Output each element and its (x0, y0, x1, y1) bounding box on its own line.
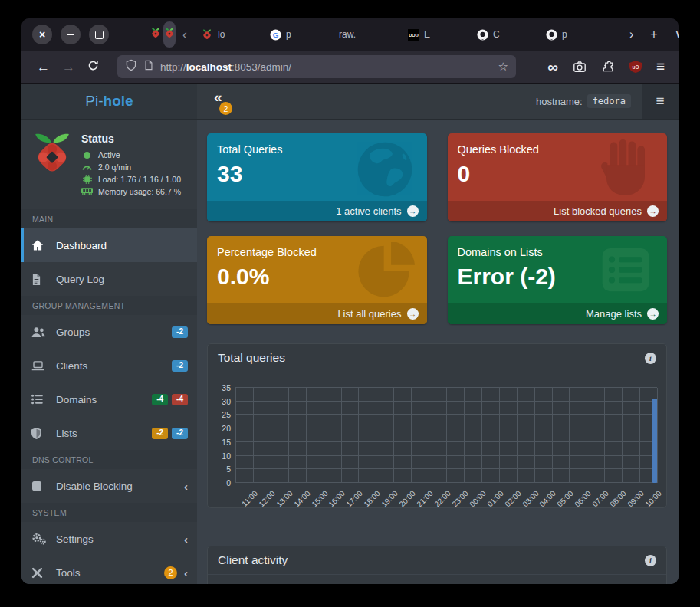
sidebar-item-lists[interactable]: Lists-2-2 (21, 416, 197, 450)
sidebar-item-groups[interactable]: Groups-2 (21, 315, 197, 349)
y-axis-tick-label: 30 (208, 397, 231, 406)
main-content: Total Queries331 active clients→Queries … (197, 120, 679, 584)
sidebar-item-label: Domains (56, 394, 97, 405)
url-bar[interactable]: http://localhost:8053/admin/ ☆ (117, 55, 516, 78)
browser-tab[interactable]: Gp (264, 21, 333, 48)
new-tab-button[interactable]: + (642, 28, 665, 41)
ublock-origin-icon[interactable]: uO (629, 61, 642, 73)
info-icon[interactable]: i (645, 353, 656, 364)
browser-window: × ‹loGpraw.DOUECp›+∨ ← → http://localhos… (21, 18, 679, 584)
url-text: http://localhost:8053/admin/ (160, 61, 492, 73)
tab-strip: ‹loGpraw.DOUECp›+∨ (149, 18, 672, 51)
pihole-logo[interactable]: Pi-hole (21, 84, 197, 119)
y-axis-tick-label: 15 (208, 438, 231, 447)
cpu-icon (81, 175, 93, 184)
browser-tab[interactable]: lo (195, 21, 264, 48)
card-domains-on-lists: Domains on ListsError (-2)Manage lists→ (448, 236, 668, 324)
x-axis-tick-label: 23:00 (450, 489, 469, 508)
x-axis-tick-label: 16:00 (327, 489, 347, 508)
svg-text:uO: uO (632, 64, 639, 70)
gauge-icon (81, 163, 93, 171)
card-footer-link[interactable]: List all queries→ (207, 304, 427, 324)
chevron-left-icon: ‹ (184, 566, 188, 579)
screenshot-camera-icon[interactable] (573, 60, 587, 74)
status-text: Load: 1.76 / 1.16 / 1.00 (98, 175, 181, 184)
panel-title: Total queries (218, 351, 285, 365)
card-queries-blocked: Queries Blocked0List blocked queries→ (448, 133, 668, 221)
pihole-favicon-icon (201, 28, 213, 41)
browser-tab[interactable]: DOUE (402, 21, 471, 48)
sidebar: Status Active2.0 q/minLoad: 1.76 / 1.16 … (21, 120, 197, 584)
bookmark-star-icon[interactable]: ☆ (498, 60, 508, 74)
sidebar-item-dashboard[interactable]: Dashboard (21, 228, 197, 262)
tab-title: C (493, 29, 500, 40)
badge-blue: -2 (172, 428, 188, 439)
tab-scroll-right-button[interactable]: › (621, 28, 642, 41)
svg-text:DOU: DOU (409, 33, 418, 38)
browser-tab-bar: × ‹loGpraw.DOUECp›+∨ (21, 18, 679, 51)
card-footer-link[interactable]: Manage lists→ (448, 304, 668, 324)
sidebar-item-label: Clients (56, 360, 87, 372)
reload-button[interactable] (81, 60, 105, 74)
sidebar-item-tools[interactable]: Tools2‹ (21, 556, 197, 584)
sidebar-item-disable-blocking[interactable]: Disable Blocking‹ (21, 469, 197, 503)
status-text: Active (98, 150, 120, 159)
browser-tab[interactable]: raw. (333, 21, 402, 48)
dot-icon (81, 152, 93, 159)
y-axis-tick-label: 35 (208, 383, 231, 392)
app-menu-button[interactable]: ≡ (642, 84, 679, 119)
browser-tab[interactable]: p (540, 21, 609, 48)
sidebar-item-query-log[interactable]: Query Log (21, 262, 197, 296)
sidebar-item-label: Dashboard (56, 240, 107, 251)
forward-button[interactable]: → (56, 61, 81, 74)
pinned-tab[interactable] (150, 21, 162, 48)
browser-menu-icon[interactable]: ≡ (656, 58, 665, 75)
container-infinity-icon[interactable]: ∞ (547, 60, 558, 74)
x-axis-tick-label: 20:00 (397, 489, 416, 508)
update-badge: 2 (219, 102, 232, 115)
badge-orange: -2 (152, 428, 168, 439)
card-footer-link[interactable]: 1 active clients→ (207, 201, 427, 221)
sidebar-item-clients[interactable]: Clients-2 (21, 349, 197, 382)
close-window-button[interactable]: × (32, 25, 52, 44)
summary-cards: Total Queries331 active clients→Queries … (207, 133, 667, 324)
card-footer-label: 1 active clients (336, 205, 401, 217)
hostname-value: fedora (587, 94, 631, 108)
users-icon (31, 326, 56, 338)
sidebar-item-settings[interactable]: Settings‹ (21, 522, 197, 556)
client-activity-panel: Client activity i (207, 546, 667, 584)
pinned-tab-active[interactable] (163, 21, 176, 48)
extensions-puzzle-icon[interactable] (601, 60, 615, 74)
brand-pi: Pi- (85, 93, 103, 110)
minimize-window-button[interactable] (61, 25, 81, 44)
page-info-icon[interactable] (143, 60, 154, 74)
app-header: Pi-hole « 2 hostname: fedora ≡ (21, 84, 679, 120)
tab-title: E (424, 29, 430, 40)
browser-tab[interactable]: C (471, 21, 540, 48)
status-text: 2.0 q/min (98, 162, 131, 172)
sidebar-section-label: GROUP MANAGEMENT (21, 296, 197, 315)
list-icon (31, 394, 56, 405)
badge-green: -4 (152, 394, 168, 405)
tracking-protection-shield-icon[interactable] (125, 59, 137, 74)
card-footer-link[interactable]: List blocked queries→ (448, 201, 668, 221)
sidebar-section-label: DNS CONTROL (21, 450, 197, 469)
x-axis-tick-label: 18:00 (363, 489, 382, 508)
sidebar-item-domains[interactable]: Domains-4-4 (21, 382, 197, 416)
maximize-window-button[interactable] (89, 25, 109, 44)
desktop-background: × ‹loGpraw.DOUECp›+∨ ← → http://localhos… (0, 0, 700, 607)
tab-list-button[interactable]: ∨ (666, 28, 679, 41)
back-button[interactable]: ← (31, 61, 56, 74)
info-icon[interactable]: i (645, 555, 656, 566)
x-axis-tick-label: 02:00 (503, 489, 522, 508)
badge-blue: -2 (172, 360, 188, 372)
shield-icon (31, 428, 56, 439)
pihole-favicon-icon (163, 27, 176, 42)
sidebar-collapse-toggle[interactable]: « 2 (212, 84, 235, 119)
header-bar: « 2 hostname: fedora ≡ (197, 84, 679, 119)
home-icon (31, 239, 56, 251)
extension-icons: ∞ uO ≡ (547, 58, 665, 75)
arrow-circle-right-icon: → (647, 308, 659, 320)
tab-scroll-left-button[interactable]: ‹ (176, 28, 195, 41)
maximize-icon (95, 31, 104, 39)
